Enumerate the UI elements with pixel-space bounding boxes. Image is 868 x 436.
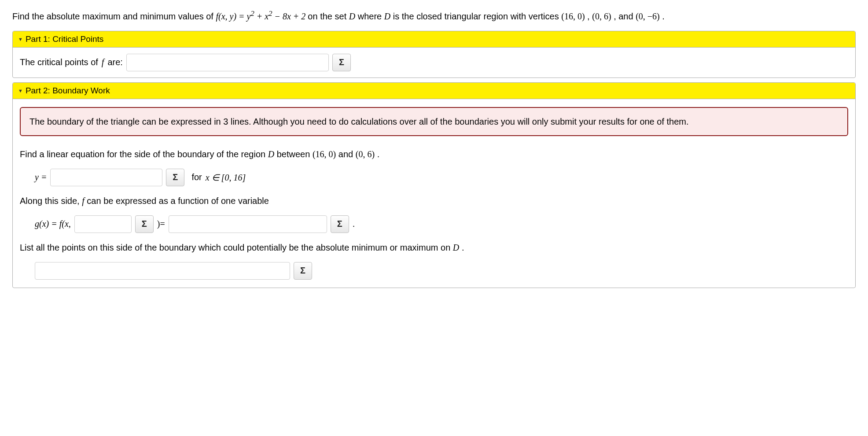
sigma-button[interactable]: Σ <box>294 262 312 280</box>
text: Find the absolute maximum and minimum va… <box>12 11 216 21</box>
g-arg-input[interactable] <box>74 215 132 233</box>
g-rhs-label: )= <box>157 219 165 229</box>
for-label: for <box>191 172 202 182</box>
part-1-container: ▼ Part 1: Critical Points The critical p… <box>12 31 856 78</box>
chevron-down-icon: ▼ <box>18 88 23 93</box>
math-D: D <box>384 11 390 21</box>
text: , <box>587 11 592 21</box>
math-func: f(x, y) = y2 + x2 − 8x + 2 <box>216 11 308 21</box>
along-side-text: Along this side, f can be expressed as a… <box>20 194 848 207</box>
sigma-button[interactable]: Σ <box>331 215 349 233</box>
text: is the closed triangular region with ver… <box>393 11 561 21</box>
part-2-container: ▼ Part 2: Boundary Work The boundary of … <box>12 82 856 288</box>
sigma-button[interactable]: Σ <box>135 215 154 233</box>
part-2-body: The boundary of the triangle can be expr… <box>13 99 855 288</box>
text: Along this side, <box>20 196 82 206</box>
text: , and <box>614 11 636 21</box>
part-2-header[interactable]: ▼ Part 2: Boundary Work <box>13 83 855 99</box>
line-eq-prompt: Find a linear equation for the side of t… <box>20 148 848 161</box>
text: and <box>338 149 356 159</box>
sigma-button[interactable]: Σ <box>332 54 351 71</box>
dot: . <box>353 219 355 229</box>
y-equals-label: y = <box>35 172 47 182</box>
part-2-title: Part 2: Boundary Work <box>26 86 110 96</box>
text: where <box>358 11 384 21</box>
math-seg: − 8x + 2 <box>272 11 305 21</box>
part-1-header[interactable]: ▼ Part 1: Critical Points <box>13 31 855 48</box>
label-post: are: <box>107 57 122 67</box>
part-1-body: The critical points of f are: Σ <box>13 48 855 78</box>
problem-statement: Find the absolute maximum and minimum va… <box>12 8 856 23</box>
y-equals-row: y = Σ for x ∈ [0, 16] <box>20 169 848 186</box>
g-lhs: g(x) = f(x, <box>35 219 71 229</box>
list-points-row: Σ <box>20 262 848 280</box>
text: List all the points on this side of the … <box>20 243 453 252</box>
y-input[interactable] <box>50 169 162 186</box>
critical-points-row: The critical points of f are: Σ <box>20 54 848 71</box>
vertex-2: (0, 6) <box>592 11 611 21</box>
notice-text: The boundary of the triangle can be expr… <box>29 117 689 126</box>
vertex-1: (16, 0) <box>561 11 585 21</box>
point-1: (16, 0) <box>313 149 336 159</box>
x-domain: x ∈ [0, 16] <box>206 172 246 183</box>
text: Find a linear equation for the side of t… <box>20 149 268 159</box>
points-list-input[interactable] <box>35 262 290 280</box>
sigma-button[interactable]: Σ <box>166 169 184 186</box>
math-seg: + x <box>254 11 268 21</box>
label-pre: The critical points of <box>20 57 98 67</box>
chevron-down-icon: ▼ <box>18 37 23 42</box>
text: . <box>662 11 665 21</box>
label-f: f <box>102 57 104 67</box>
math-D: D <box>453 243 459 252</box>
g-value-input[interactable] <box>169 215 327 233</box>
math-D: D <box>349 11 355 21</box>
part-1-title: Part 1: Critical Points <box>26 34 103 44</box>
point-2: (0, 6) <box>356 149 375 159</box>
g-row: g(x) = f(x, Σ )= Σ . <box>20 215 848 233</box>
notice-box: The boundary of the triangle can be expr… <box>20 107 848 136</box>
math-f: f <box>82 196 85 206</box>
math-seg: f(x, y) = y <box>216 11 250 21</box>
critical-points-input[interactable] <box>126 54 329 71</box>
text: can be expressed as a function of one va… <box>87 196 269 206</box>
text: between <box>277 149 313 159</box>
list-points-prompt: List all the points on this side of the … <box>20 241 848 254</box>
text: . <box>462 243 464 252</box>
vertex-3: (0, −6) <box>636 11 660 21</box>
text: . <box>377 149 380 159</box>
math-D: D <box>268 149 274 159</box>
text: on the set <box>308 11 349 21</box>
